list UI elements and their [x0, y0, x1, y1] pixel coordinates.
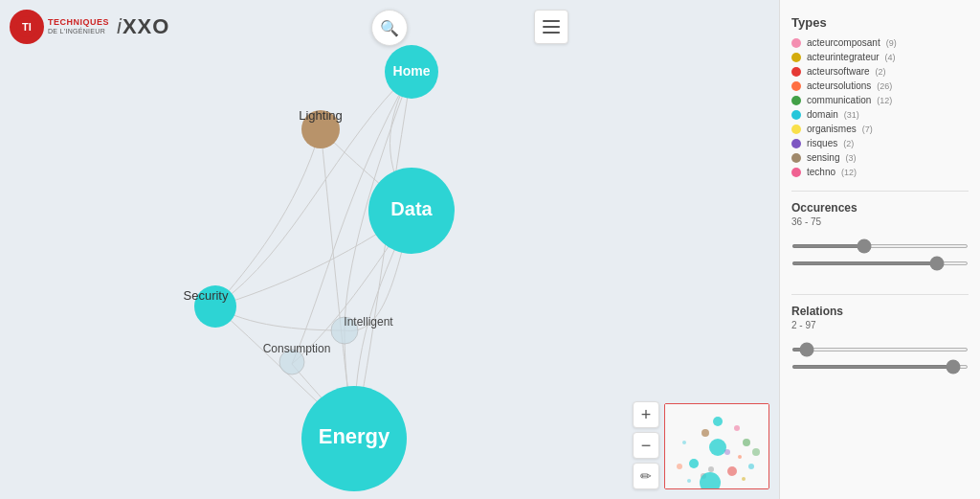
type-dot	[791, 53, 801, 62]
zoom-in-button[interactable]: +	[633, 401, 659, 428]
node-intelligent-label: Intelligent	[344, 315, 393, 329]
type-dot	[791, 125, 801, 134]
relations-min-slider[interactable]	[791, 348, 969, 352]
type-label: acteurintegrateur	[807, 52, 880, 62]
svg-point-10	[743, 439, 750, 446]
ti-logo-text: TECHNIQUES DE L'INGÉNIEUR	[48, 18, 109, 35]
right-panel: Types acteurcomposant (9) acteurintegrat…	[779, 0, 980, 499]
type-count: (26)	[877, 81, 892, 91]
occurences-min-slider[interactable]	[791, 244, 969, 248]
relations-title: Relations	[791, 305, 969, 318]
occurences-section: Occurences 36 - 75	[791, 201, 969, 277]
svg-text:TI: TI	[22, 21, 32, 33]
type-dot	[791, 110, 801, 120]
types-list: acteurcomposant (9) acteurintegrateur (4…	[791, 37, 969, 181]
type-dot	[791, 153, 801, 163]
type-item-communication[interactable]: communication (12)	[791, 95, 969, 105]
type-label: risques	[807, 138, 837, 148]
svg-point-15	[724, 449, 730, 455]
type-item-organismes[interactable]: organismes (7)	[791, 124, 969, 134]
type-count: (12)	[877, 96, 892, 105]
svg-point-13	[727, 466, 737, 476]
svg-point-5	[689, 459, 699, 468]
node-security-label: Security	[184, 288, 229, 303]
svg-point-9	[734, 425, 740, 431]
type-count: (31)	[844, 110, 859, 120]
ti-logo: TI TECHNIQUES DE L'INGÉNIEUR	[10, 10, 109, 44]
edit-button[interactable]: ✏	[633, 463, 659, 489]
occurences-range: 36 - 75	[791, 216, 969, 227]
svg-point-11	[738, 455, 742, 459]
zoom-controls: + − ✏	[633, 401, 659, 489]
type-count: (2)	[843, 139, 854, 148]
occurences-max-slider[interactable]	[791, 261, 969, 265]
type-item-acteurcomposant[interactable]: acteurcomposant (9)	[791, 37, 969, 48]
relations-max-slider[interactable]	[791, 365, 969, 369]
type-label: domain	[807, 109, 838, 120]
svg-point-14	[742, 477, 746, 481]
type-dot	[791, 67, 801, 77]
node-energy-label: Energy	[319, 424, 390, 448]
type-item-techno[interactable]: techno (12)	[791, 167, 969, 177]
svg-point-19	[687, 479, 691, 483]
type-label: communication	[807, 95, 871, 105]
svg-point-6	[708, 466, 714, 472]
type-item-acteursolutions[interactable]: acteursolutions (26)	[791, 80, 969, 91]
type-label: acteurcomposant	[807, 37, 880, 48]
main-graph-area: TI TECHNIQUES DE L'INGÉNIEUR iXXO 🔍	[0, 0, 779, 499]
menu-bar-3	[543, 32, 560, 34]
types-title: Types	[791, 15, 969, 30]
node-consumption-label: Consumption	[263, 342, 331, 355]
type-dot	[791, 168, 801, 177]
menu-bar-2	[543, 26, 560, 28]
type-item-domain[interactable]: domain (31)	[791, 109, 969, 120]
type-label: acteursolutions	[807, 80, 871, 91]
type-label: organismes	[807, 124, 857, 134]
search-button[interactable]: 🔍	[371, 10, 408, 46]
type-dot	[791, 96, 801, 105]
svg-point-3	[702, 429, 709, 437]
type-count: (7)	[862, 125, 873, 134]
type-label: acteursoftware	[807, 66, 870, 77]
type-dot	[791, 81, 801, 91]
graph-svg: Home Lighting Data Security Intelligent …	[0, 0, 779, 499]
mini-map-svg	[665, 404, 768, 488]
ixxo-logo: iXXO	[117, 14, 169, 39]
node-data-label: Data	[390, 198, 433, 219]
svg-point-2	[713, 417, 723, 426]
mini-map-canvas	[665, 404, 768, 488]
type-label: techno	[807, 167, 835, 177]
divider-2	[791, 294, 969, 295]
ti-logo-icon: TI	[10, 10, 44, 44]
relations-section: Relations 2 - 97	[791, 305, 969, 380]
type-count: (3)	[845, 153, 856, 163]
relations-range: 2 - 97	[791, 320, 969, 330]
type-count: (4)	[885, 53, 896, 62]
type-count: (9)	[886, 38, 897, 48]
divider-1	[791, 191, 969, 192]
svg-point-16	[752, 448, 760, 456]
svg-point-18	[677, 464, 682, 469]
type-count: (12)	[841, 168, 857, 177]
type-item-acteursoftware[interactable]: acteursoftware (2)	[791, 66, 969, 77]
mini-map	[664, 403, 769, 489]
type-dot	[791, 38, 801, 48]
type-item-acteurintegrateur[interactable]: acteurintegrateur (4)	[791, 52, 969, 62]
node-lighting-label: Lighting	[299, 108, 343, 123]
type-item-sensing[interactable]: sensing (3)	[791, 152, 969, 163]
menu-button[interactable]	[534, 10, 568, 44]
svg-point-17	[682, 441, 686, 444]
menu-bar-1	[543, 20, 560, 22]
occurences-title: Occurences	[791, 201, 969, 215]
type-dot	[791, 139, 801, 148]
type-label: sensing	[807, 152, 839, 163]
node-home-label: Home	[393, 63, 431, 79]
type-item-risques[interactable]: risques (2)	[791, 138, 969, 148]
header-logos: TI TECHNIQUES DE L'INGÉNIEUR iXXO	[10, 10, 169, 44]
type-count: (2)	[876, 67, 886, 77]
svg-point-4	[709, 439, 726, 456]
search-icon: 🔍	[380, 19, 399, 37]
zoom-out-button[interactable]: −	[633, 432, 659, 459]
svg-point-12	[748, 464, 754, 469]
